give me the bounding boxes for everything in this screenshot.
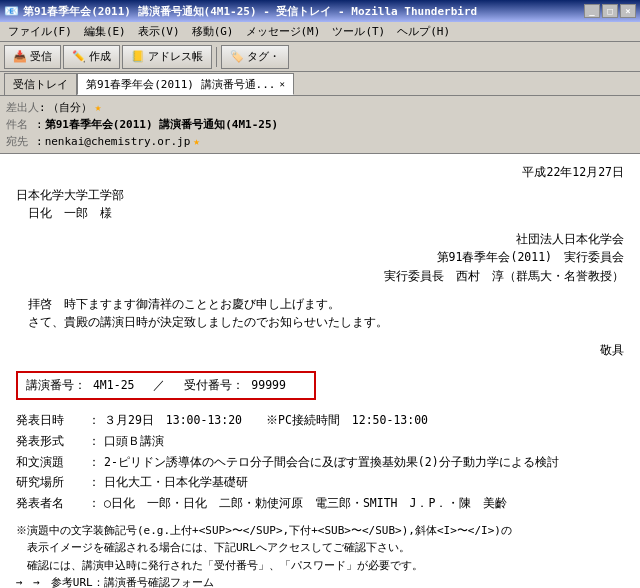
info-row-date: 発表日時 ： ３月29日 13:00-13:20 ※PC接続時間 12:50-1… — [16, 410, 624, 431]
from-row: 差出人 : （自分） ★ — [6, 99, 634, 116]
email-header: 差出人 : （自分） ★ 件名 : 第91春季年会(2011) 講演番号通知(4… — [0, 96, 640, 154]
tab-close-icon[interactable]: ✕ — [279, 79, 284, 89]
receipt-number: 99999 — [251, 378, 286, 392]
menu-message[interactable]: メッセージ(M) — [240, 23, 327, 40]
tag-icon: 🏷️ — [230, 50, 244, 63]
toolbar: 📥 受信 ✏️ 作成 📒 アドレス帳 🏷️ タグ・ — [0, 42, 640, 72]
date-label: 発表日時 — [16, 410, 88, 431]
menu-file[interactable]: ファイル(F) — [2, 23, 78, 40]
info-row-format: 発表形式 ： 口頭Ｂ講演 — [16, 431, 624, 452]
recipient-name: 日化 一郎 様 — [16, 205, 624, 222]
toolbar-separator — [216, 47, 217, 67]
addressbook-icon: 📒 — [131, 50, 145, 63]
to-label: 宛先 — [6, 134, 36, 149]
org-line3: 実行委員長 西村 淳（群馬大・名誉教授） — [16, 267, 624, 285]
from-label: 差出人 — [6, 100, 39, 115]
keigo: 敬具 — [16, 342, 624, 359]
authors-label: 発表者名 — [16, 493, 88, 514]
info-row-lab: 研究場所 ： 日化大工・日本化学基礎研 — [16, 472, 624, 493]
star-icon[interactable]: ★ — [95, 101, 102, 114]
notes-block: ※演題中の文字装飾記号(e.g.上付+<SUP>〜</SUP>,下付+<SUB>… — [16, 522, 624, 588]
date-value: ３月29日 13:00-13:20 ※PC接続時間 12:50-13:00 — [104, 410, 428, 431]
org-block: 社団法人日本化学会 第91春季年会(2011) 実行委員会 実行委員長 西村 淳… — [16, 230, 624, 285]
close-button[interactable]: × — [620, 4, 636, 18]
to-value: nenkai@chemistry.or.jp — [45, 135, 191, 148]
greeting-line2: さて、貴殿の講演日時が決定致しましたのでお知らせいたします。 — [16, 313, 624, 331]
menu-view[interactable]: 表示(V) — [132, 23, 186, 40]
app-icon: 📧 — [4, 4, 19, 18]
subject-value: 第91春季年会(2011) 講演番号通知(4M1-25) — [45, 117, 279, 132]
greeting-line1: 拝啓 時下ますます御清祥のこととお慶び申し上げます。 — [16, 295, 624, 313]
to-star-icon: ★ — [193, 135, 200, 148]
menu-tools[interactable]: ツール(T) — [326, 23, 391, 40]
get-mail-button[interactable]: 📥 受信 — [4, 45, 61, 69]
greeting-block: 拝啓 時下ますます御清祥のこととお慶び申し上げます。 さて、貴殿の講演日時が決定… — [16, 295, 624, 332]
tab-email-label: 第91春季年会(2011) 講演番号通... — [86, 77, 275, 92]
maximize-button[interactable]: □ — [602, 4, 618, 18]
title-bar: 📧 第91春季年会(2011) 講演番号通知(4M1-25) - 受信トレイ -… — [0, 0, 640, 22]
menu-bar: ファイル(F) 編集(E) 表示(V) 移動(G) メッセージ(M) ツール(T… — [0, 22, 640, 42]
from-value: （自分） — [48, 100, 92, 115]
lecture-label: 講演番号： — [26, 378, 86, 392]
separator: ／ — [141, 378, 177, 392]
subject-row: 件名 : 第91春季年会(2011) 講演番号通知(4M1-25) — [6, 116, 634, 133]
org-line1: 社団法人日本化学会 — [16, 230, 624, 248]
minimize-button[interactable]: _ — [584, 4, 600, 18]
email-body: 平成22年12月27日 日本化学大学工学部 日化 一郎 様 社団法人日本化学会 … — [0, 154, 640, 588]
tab-inbox[interactable]: 受信トレイ — [4, 73, 77, 95]
note-arrow: → → 参考URL：講演番号確認フォーム — [16, 574, 624, 588]
tab-bar: 受信トレイ 第91春季年会(2011) 講演番号通... ✕ — [0, 72, 640, 96]
lab-label: 研究場所 — [16, 472, 88, 493]
receipt-label: 受付番号： — [184, 378, 244, 392]
authors-value: ○日化 一郎・日化 二郎・勅使河原 電三郎・SMITH J．P．・陳 美齡 — [104, 493, 507, 514]
addressbook-button[interactable]: 📒 アドレス帳 — [122, 45, 212, 69]
note-line3: 確認には、講演申込時に発行された「受付番号」、「パスワード」が必要です。 — [16, 557, 624, 575]
subject-label: 件名 — [6, 117, 36, 132]
title-value: 2-ピリドン誘導体のヘテロ分子間会合に及ぼす置換基効果(2)分子動力学による検討 — [104, 452, 559, 473]
lab-value: 日化大工・日本化学基礎研 — [104, 472, 248, 493]
menu-edit[interactable]: 編集(E) — [78, 23, 132, 40]
highlight-box: 講演番号： 4M1-25 ／ 受付番号： 99999 — [16, 371, 316, 400]
to-row: 宛先 : nenkai@chemistry.or.jp ★ — [6, 133, 634, 150]
title-label: 和文演題 — [16, 452, 88, 473]
org-line2: 第91春季年会(2011) 実行委員会 — [16, 248, 624, 266]
info-row-title: 和文演題 ： 2-ピリドン誘導体のヘテロ分子間会合に及ぼす置換基効果(2)分子動… — [16, 452, 624, 473]
menu-navigate[interactable]: 移動(G) — [186, 23, 240, 40]
compose-icon: ✏️ — [72, 50, 86, 63]
tab-email[interactable]: 第91春季年会(2011) 講演番号通... ✕ — [77, 73, 294, 95]
note-line2: 表示イメージを確認される場合には、下記URLへアクセスしてご確認下さい。 — [16, 539, 624, 557]
tab-inbox-label: 受信トレイ — [13, 77, 68, 92]
lecture-number: 4M1-25 — [93, 378, 135, 392]
compose-button[interactable]: ✏️ 作成 — [63, 45, 120, 69]
org-name: 日本化学大学工学部 — [16, 187, 624, 204]
window-title: 第91春季年会(2011) 講演番号通知(4M1-25) - 受信トレイ - M… — [23, 4, 477, 19]
tag-button[interactable]: 🏷️ タグ・ — [221, 45, 289, 69]
info-row-authors: 発表者名 ： ○日化 一郎・日化 二郎・勅使河原 電三郎・SMITH J．P．・… — [16, 493, 624, 514]
menu-help[interactable]: ヘルプ(H) — [391, 23, 456, 40]
format-value: 口頭Ｂ講演 — [104, 431, 164, 452]
date-line: 平成22年12月27日 — [16, 164, 624, 181]
get-mail-icon: 📥 — [13, 50, 27, 63]
address-block: 日本化学大学工学部 日化 一郎 様 — [16, 187, 624, 222]
note-line1: ※演題中の文字装飾記号(e.g.上付+<SUP>〜</SUP>,下付+<SUB>… — [16, 522, 624, 540]
info-table: 発表日時 ： ３月29日 13:00-13:20 ※PC接続時間 12:50-1… — [16, 410, 624, 513]
format-label: 発表形式 — [16, 431, 88, 452]
window-controls[interactable]: _ □ × — [584, 4, 636, 18]
